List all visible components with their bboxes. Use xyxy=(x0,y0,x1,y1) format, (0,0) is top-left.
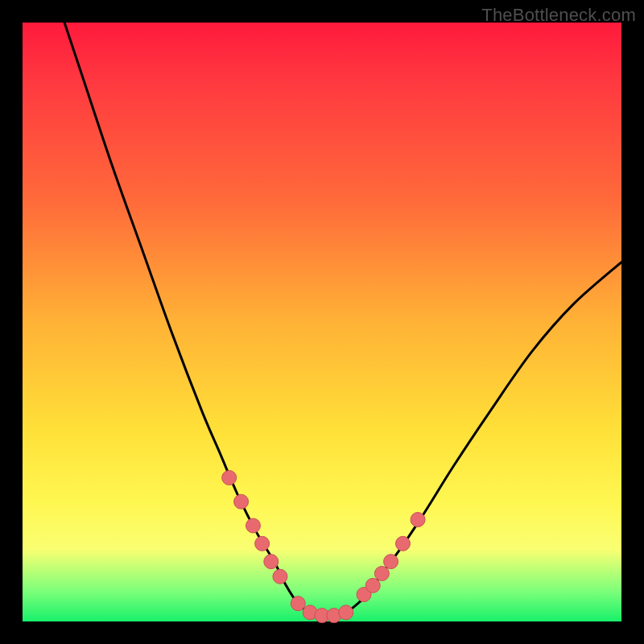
marker-dot xyxy=(255,536,270,551)
marker-dot xyxy=(222,470,237,485)
marker-dot xyxy=(234,494,249,509)
marker-dot xyxy=(374,566,389,580)
marker-group xyxy=(222,470,425,622)
marker-dot xyxy=(365,578,380,592)
marker-dot xyxy=(384,555,398,569)
curve-group xyxy=(64,23,621,616)
marker-dot xyxy=(411,513,425,527)
watermark-text: TheBottleneck.com xyxy=(481,5,636,26)
marker-dot xyxy=(273,569,287,584)
chart-svg xyxy=(23,23,621,621)
bottleneck-curve xyxy=(64,23,621,616)
marker-dot xyxy=(339,605,353,620)
marker-dot xyxy=(291,597,305,611)
marker-dot xyxy=(246,518,260,533)
marker-dot xyxy=(264,555,279,569)
plot-area xyxy=(23,23,621,621)
marker-dot xyxy=(395,536,410,551)
chart-frame: TheBottleneck.com xyxy=(0,0,644,644)
